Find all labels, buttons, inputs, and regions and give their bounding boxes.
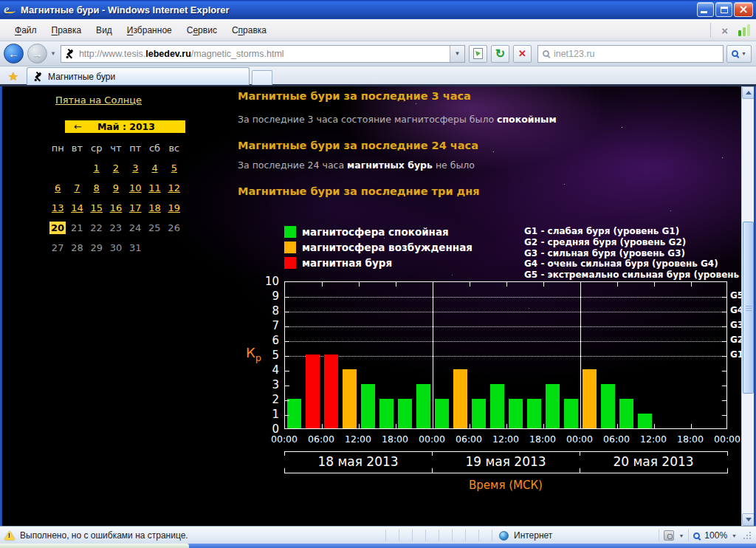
calendar-day-link[interactable]: 3: [126, 162, 145, 174]
calendar-day-link[interactable]: 14: [67, 202, 86, 213]
legend-swatch: [284, 226, 296, 238]
calendar-day-link[interactable]: 7: [67, 182, 86, 193]
search-dropdown-icon[interactable]: ▼: [741, 51, 746, 56]
time-tick-label: 12:00: [341, 434, 375, 445]
calendar-day-headers: пнвтсрчтптсбвс: [48, 138, 184, 158]
y-tick-right: [722, 400, 726, 401]
address-dropdown-icon[interactable]: ▼: [450, 46, 464, 62]
zoom-icon[interactable]: [693, 532, 700, 539]
menu-item-Сервис[interactable]: Сервис: [179, 22, 224, 38]
restore-button[interactable]: [715, 2, 732, 17]
protected-mode-icon[interactable]: [664, 530, 674, 541]
refresh-button[interactable]: ↻: [491, 45, 509, 63]
history-dropdown-icon[interactable]: ▼: [50, 50, 56, 57]
search-go-button[interactable]: ▼: [726, 45, 752, 63]
calendar-day-link[interactable]: 8: [87, 182, 106, 193]
y-tick-label: 1: [255, 408, 279, 421]
tab-magnetic-storms[interactable]: Магнитные бури: [27, 67, 250, 85]
section-text-3h: За последние 3 часа состояние магнитосфе…: [238, 114, 557, 125]
warning-icon[interactable]: [4, 531, 15, 540]
scroll-up-button[interactable]: [742, 86, 755, 99]
kp-bar: [435, 399, 449, 428]
x-tick-top: [433, 282, 433, 287]
y-tick-right: [722, 356, 726, 357]
favorites-button[interactable]: ★: [3, 69, 24, 84]
kp-bar: [546, 384, 560, 428]
kp-bar: [287, 399, 301, 428]
calendar-day-link[interactable]: 18: [145, 202, 164, 213]
x-tick-top: [322, 282, 323, 287]
time-tick-label: 00:00: [415, 434, 449, 445]
gridline-g1: [285, 356, 726, 357]
statusbar-segment: [426, 530, 439, 541]
menu-separator: [710, 23, 711, 38]
date-label: 18 мая 2013: [284, 454, 432, 469]
section-heading-3days: Магнитные бури за последние три дня: [238, 185, 480, 197]
scroll-down-button[interactable]: [742, 513, 755, 526]
forward-button[interactable]: →: [27, 44, 47, 64]
x-tick-bottom: [396, 424, 396, 428]
x-tick-top: [580, 282, 581, 287]
y-tick-left: [285, 326, 289, 327]
menu-item-Справка[interactable]: Справка: [224, 22, 274, 38]
calendar-day-link[interactable]: 12: [165, 182, 184, 193]
calendar-day-link[interactable]: 1: [87, 162, 106, 174]
tab-favicon: [33, 72, 44, 82]
statusbar-segment: [399, 530, 413, 541]
g-level-line: G5 - экстремально сильная буря (уровень …: [524, 270, 756, 281]
x-tick-top: [506, 282, 507, 287]
back-button[interactable]: ←: [4, 44, 24, 64]
date-bracket-tick: [727, 468, 728, 473]
stop-button[interactable]: ✕: [513, 45, 532, 63]
gridline-g4: [285, 312, 726, 312]
stop-icon: ✕: [518, 49, 526, 58]
calendar-prev-month-button[interactable]: ←: [65, 122, 82, 131]
compatibility-view-button[interactable]: [469, 45, 487, 63]
sunspots-link[interactable]: Пятна на Солнце: [55, 95, 142, 106]
x-tick-top: [396, 282, 396, 287]
signal-bars-icon[interactable]: [738, 24, 750, 36]
calendar-day-link[interactable]: 16: [106, 202, 126, 213]
legend-label: магнитосфера спокойная: [302, 226, 449, 238]
calendar-day-link[interactable]: 13: [48, 202, 67, 213]
calendar-day-link[interactable]: 9: [106, 182, 126, 193]
calendar-week-row: 20212223242526: [48, 218, 184, 238]
section-text-24h: За последние 24 часа магнитных бурь не б…: [238, 160, 475, 171]
calendar-day: 25: [145, 222, 164, 233]
zoom-dropdown-icon[interactable]: ▼: [732, 533, 737, 538]
calendar-day-link[interactable]: 15: [87, 202, 106, 213]
minimize-button[interactable]: [697, 2, 714, 17]
kp-bar: [490, 384, 504, 428]
close-button[interactable]: [734, 2, 753, 17]
menu-item-Файл[interactable]: Файл: [7, 22, 44, 38]
y-tick-label: 5: [255, 349, 279, 362]
new-tab-button[interactable]: [252, 70, 272, 85]
time-tick-label: 18:00: [526, 434, 560, 445]
y-tick-label: 4: [255, 363, 279, 377]
menu-item-Вид[interactable]: Вид: [89, 22, 120, 38]
statusbar-segments: [373, 530, 492, 541]
calendar-day-link[interactable]: 11: [145, 182, 164, 193]
calendar-day: 27: [48, 242, 67, 253]
calendar-day-link[interactable]: 10: [126, 182, 145, 193]
calendar-day-link[interactable]: 6: [48, 182, 67, 193]
calendar-day-link[interactable]: 19: [165, 202, 184, 213]
calendar-day-header: вс: [165, 143, 184, 154]
protected-mode-dropdown-icon[interactable]: ▼: [678, 533, 684, 538]
x-tick-bottom: [470, 424, 470, 428]
calendar-day-link[interactable]: 2: [106, 162, 126, 174]
y-tick-label: 8: [255, 304, 279, 318]
vertical-scrollbar[interactable]: [741, 86, 754, 526]
calendar-day-link[interactable]: 5: [165, 162, 184, 174]
calendar-day-link[interactable]: 4: [145, 162, 164, 174]
calendar-day-link[interactable]: 17: [126, 202, 145, 213]
calendar-day-header: ср: [87, 143, 106, 154]
address-input[interactable]: http://www.tesis.lebedev.ru/magnetic_sto…: [61, 45, 465, 63]
search-input[interactable]: inet123.ru: [537, 45, 724, 63]
toolbar-close-icon[interactable]: ×: [721, 25, 728, 36]
menu-item-Избранное[interactable]: Избранное: [120, 22, 179, 38]
menu-item-Правка[interactable]: Правка: [44, 22, 89, 38]
y-tick-left: [285, 371, 289, 371]
scrollbar-thumb[interactable]: [743, 222, 754, 394]
resize-grip[interactable]: [743, 531, 752, 540]
